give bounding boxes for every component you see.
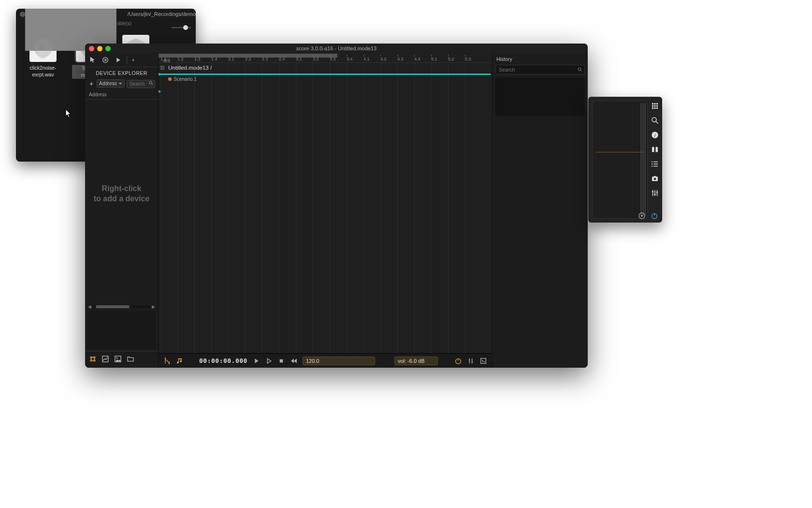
info-icon[interactable]: i [651, 131, 659, 139]
gridline [194, 63, 195, 353]
rewind-button[interactable] [290, 357, 298, 365]
columns-icon[interactable] [651, 145, 659, 154]
history-list[interactable] [495, 77, 585, 116]
gridline [347, 63, 347, 353]
svg-point-24 [656, 192, 658, 193]
list-icon[interactable] [651, 160, 659, 168]
sliders-icon[interactable] [651, 189, 659, 197]
finder-path-text: /Users/jln/_Recordings/demo [128, 11, 196, 17]
gridline [380, 63, 381, 353]
grid-icon[interactable] [651, 102, 659, 110]
svg-point-22 [652, 191, 653, 193]
explorer-filter-dropdown[interactable]: Address [97, 79, 125, 88]
svg-rect-16 [652, 147, 654, 152]
svg-point-1 [149, 81, 152, 84]
svg-point-21 [654, 178, 656, 180]
playhead-marker-icon[interactable]: ▸ [159, 88, 161, 94]
gridline [313, 63, 313, 353]
gridline [330, 63, 330, 353]
search-icon[interactable] [577, 67, 583, 73]
folder-icon[interactable] [127, 355, 134, 363]
scenario-dot-icon [168, 77, 172, 81]
score-titlebar[interactable]: score 3.0.0-a16 - Untitled.mode13 [85, 44, 588, 53]
explorer-toolbar [85, 53, 158, 67]
search-icon[interactable] [651, 116, 659, 125]
finder-titlebar[interactable]: /Users/jln/_Recordings/demo [16, 9, 196, 19]
play-button[interactable] [252, 357, 260, 365]
scenario-label[interactable]: Scenario.1 [168, 76, 197, 82]
transport-bar: 00:00:00.000 120.0 vol: -6.0 dB [159, 353, 492, 368]
chevron-down-icon [118, 82, 122, 86]
explorer-hscroll[interactable]: ◀ ▶ [85, 304, 158, 309]
svg-rect-7 [280, 359, 283, 362]
finder-file-item[interactable]: click2noise-exrpt.wav [26, 35, 60, 79]
gridline [228, 63, 229, 353]
explorer-detail [87, 311, 156, 349]
score-window: score 3.0.0-a16 - Untitled.mode13 DEVICE… [85, 44, 588, 368]
explorer-search-input[interactable] [127, 79, 155, 88]
play-tool-icon[interactable] [114, 56, 122, 64]
interval-bar[interactable] [159, 74, 492, 75]
mouse-cursor [65, 109, 72, 119]
gridline [431, 63, 432, 353]
dropdown-label: Address [99, 81, 117, 86]
gridline [211, 63, 212, 353]
explorer-column-header: Address [85, 90, 158, 100]
volume-field[interactable]: vol: -6.0 dB [394, 357, 438, 365]
play-outline-button[interactable] [265, 357, 273, 365]
gridline [279, 63, 279, 353]
image-icon[interactable] [114, 355, 122, 363]
device-explorer-panel: DEVICE EXPLORER + Address Address Right-… [85, 53, 159, 368]
svg-point-13 [652, 118, 656, 122]
history-search[interactable] [495, 65, 585, 75]
scenario-name: Scenario.1 [174, 76, 197, 82]
finder-zoom-slider[interactable] [172, 27, 191, 28]
branch-icon[interactable] [163, 357, 171, 365]
lock-icon[interactable] [127, 56, 134, 64]
pointer-tool-icon[interactable] [89, 56, 97, 64]
inspector-body[interactable] [592, 101, 648, 219]
svg-point-23 [654, 194, 656, 195]
nodes-icon[interactable] [89, 355, 97, 363]
camera-icon[interactable] [651, 174, 659, 183]
play-circle-icon[interactable] [638, 212, 646, 220]
history-search-input[interactable] [495, 65, 585, 75]
svg-point-5 [165, 358, 166, 359]
gridline [160, 63, 161, 353]
track-area[interactable]: Untitled.mode13 / Scenario.1 ▸ [159, 63, 492, 353]
svg-rect-17 [656, 147, 658, 152]
gridline [245, 63, 246, 353]
mixer-icon[interactable] [467, 357, 475, 365]
file-thumb-icon [29, 35, 57, 62]
inspector-dock: i [588, 97, 662, 223]
gridline [465, 63, 465, 353]
inspector-side-tabs: i [648, 97, 662, 223]
history-panel: History [492, 53, 588, 368]
svg-point-10 [471, 361, 473, 362]
svg-point-18 [652, 161, 652, 162]
gridline [414, 63, 415, 353]
add-device-button[interactable]: + [88, 80, 95, 88]
gridline [448, 63, 449, 353]
gridline [363, 63, 364, 353]
scroll-right-icon[interactable]: ▶ [152, 304, 155, 309]
stop-button[interactable] [277, 357, 285, 365]
chart-icon[interactable] [102, 355, 109, 363]
gridline [296, 63, 296, 353]
explorer-placeholder: Right-click to add a device [85, 183, 158, 204]
menu-icon[interactable] [160, 65, 165, 71]
add-tool-icon[interactable] [102, 56, 109, 64]
console-icon[interactable] [479, 357, 487, 365]
search-icon[interactable] [148, 80, 154, 86]
scroll-left-icon[interactable]: ◀ [88, 304, 91, 309]
power-icon[interactable] [454, 357, 462, 365]
timeline-panel: 1.11.21.31.42.12.22.32.43.13.23.33.44.14… [159, 53, 492, 368]
power-icon[interactable] [651, 212, 658, 220]
music-icon[interactable] [176, 357, 184, 365]
track-header[interactable]: Untitled.mode13 / [160, 65, 212, 71]
timecode-display[interactable]: 00:00:00.000 [199, 357, 247, 364]
explorer-tree[interactable]: Right-click to add a device [85, 100, 158, 304]
gridline [177, 63, 178, 353]
bpm-field[interactable]: 120.0 [303, 357, 375, 365]
explorer-bottom-toolbar [85, 351, 158, 368]
